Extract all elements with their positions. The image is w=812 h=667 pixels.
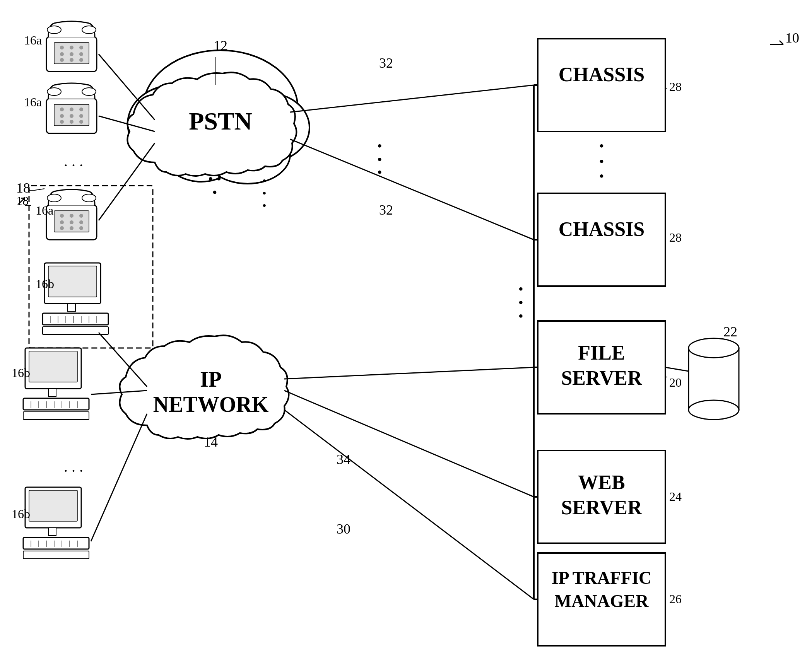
phone-2 (46, 83, 97, 133)
svg-point-11 (60, 58, 64, 62)
label-20: 20 (669, 375, 682, 389)
pstn-line-dots: • (262, 174, 267, 187)
svg-text:↗: ↗ (16, 194, 27, 208)
svg-point-21 (60, 114, 64, 118)
label-28-2: 28 (669, 230, 682, 244)
svg-point-24 (60, 120, 64, 124)
label-30: 30 (337, 521, 350, 537)
svg-point-25 (70, 120, 74, 124)
pstn-line-dots3: • (262, 199, 267, 212)
svg-point-26 (79, 120, 83, 124)
svg-rect-68 (48, 528, 56, 536)
chassis-dots2: • (599, 154, 604, 169)
svg-point-6 (70, 46, 74, 49)
computer-box (43, 263, 108, 334)
line32-dots3: • (377, 165, 382, 180)
ip-network-text1: IP (200, 367, 222, 391)
chassis-dots: • (599, 138, 604, 154)
pstn-line-dots2: • (262, 187, 267, 200)
svg-point-32 (70, 214, 74, 218)
svg-point-39 (79, 226, 83, 230)
svg-rect-55 (29, 351, 77, 382)
backbone-dots: • (518, 281, 523, 297)
label-18-text: 18 (16, 180, 30, 196)
svg-point-40 (47, 194, 61, 202)
svg-point-15 (82, 26, 96, 34)
svg-rect-67 (29, 490, 77, 521)
svg-point-85 (689, 338, 739, 358)
phone-box (46, 189, 97, 240)
svg-point-5 (60, 46, 64, 49)
svg-rect-57 (23, 398, 89, 410)
svg-point-18 (60, 107, 64, 111)
dots-phones: . . . (64, 152, 83, 170)
label-32-upper: 32 (379, 55, 393, 71)
svg-point-41 (82, 194, 96, 202)
svg-rect-69 (23, 537, 89, 549)
web-server-text1: WEB (578, 471, 625, 493)
dots-computers: . . . (64, 458, 83, 475)
label-16a-2: 16a (24, 95, 42, 109)
computer-bot (23, 487, 89, 559)
chassis1-label: CHASSIS (559, 63, 645, 85)
label-16b-box: 16b (36, 277, 54, 291)
svg-point-31 (60, 214, 64, 218)
svg-rect-56 (48, 389, 56, 396)
database (689, 338, 739, 420)
svg-rect-44 (68, 304, 75, 311)
file-server-text1: FILE (578, 342, 625, 364)
label-16b-bot: 16b (12, 507, 30, 521)
phone-1 (46, 21, 97, 72)
svg-point-13 (79, 58, 83, 62)
svg-point-23 (79, 114, 83, 118)
svg-point-20 (79, 107, 83, 111)
label-34: 34 (337, 452, 350, 467)
svg-point-8 (60, 52, 64, 56)
svg-rect-46 (43, 327, 108, 334)
computer-mid (23, 348, 89, 420)
svg-point-35 (70, 220, 74, 224)
label-16a-1: 16a (24, 33, 42, 47)
chassis2-label: CHASSIS (559, 218, 645, 240)
ip-net-ref: 14 (204, 434, 218, 450)
pstn-ref: 12 (214, 38, 227, 53)
label-26: 26 (669, 592, 682, 606)
svg-point-19 (70, 107, 74, 111)
svg-point-33 (79, 214, 83, 218)
svg-point-34 (60, 220, 64, 224)
svg-point-22 (70, 114, 74, 118)
label-22: 22 (723, 324, 737, 339)
label-32-lower: 32 (379, 202, 393, 218)
svg-rect-0 (0, 0, 812, 667)
ref-10: 10 (785, 30, 799, 46)
svg-point-28 (82, 88, 96, 96)
svg-point-12 (70, 58, 74, 62)
svg-rect-45 (43, 313, 108, 325)
svg-point-7 (79, 46, 83, 49)
web-server-text2: SERVER (561, 496, 643, 519)
backbone-dots3: • (518, 309, 523, 324)
svg-rect-70 (23, 551, 89, 559)
file-server-text2: SERVER (561, 367, 643, 389)
svg-point-36 (79, 220, 83, 224)
line32-dots1: • (377, 138, 382, 154)
svg-point-14 (47, 26, 61, 34)
svg-point-9 (70, 52, 74, 56)
pstn-dots: • • (208, 171, 221, 187)
label-16b-mid: 16b (12, 366, 30, 380)
svg-point-86 (689, 400, 739, 420)
svg-point-27 (47, 88, 61, 96)
label-16a-box: 16a (36, 203, 53, 217)
pstn-text: PSTN (189, 107, 252, 135)
svg-point-10 (79, 52, 83, 56)
backbone-dots2: • (518, 295, 523, 310)
svg-rect-43 (48, 266, 97, 297)
svg-point-37 (60, 226, 64, 230)
svg-rect-58 (23, 412, 89, 420)
ip-tm-text2: MANAGER (555, 591, 649, 611)
svg-point-38 (70, 226, 74, 230)
label-28-1: 28 (669, 80, 682, 94)
ip-network-text2: NETWORK (153, 392, 269, 416)
pstn-dots2: • (212, 185, 217, 200)
label-24: 24 (669, 490, 682, 503)
